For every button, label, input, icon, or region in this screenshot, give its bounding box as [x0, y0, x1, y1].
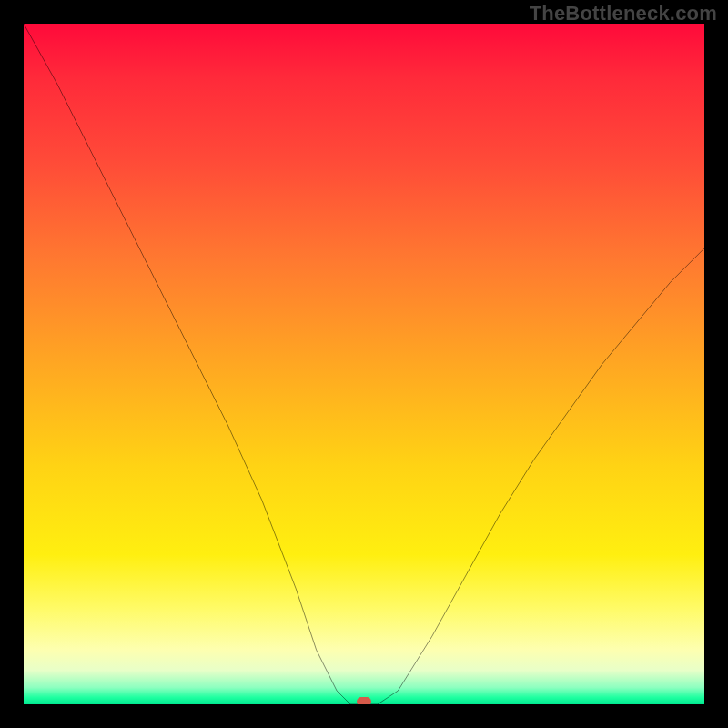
plot-area: [24, 24, 704, 704]
minimum-marker: [357, 697, 371, 704]
watermark-text: TheBottleneck.com: [530, 2, 717, 25]
curve-path: [24, 24, 704, 704]
bottleneck-curve: [24, 24, 704, 704]
chart-container: TheBottleneck.com: [0, 0, 728, 728]
